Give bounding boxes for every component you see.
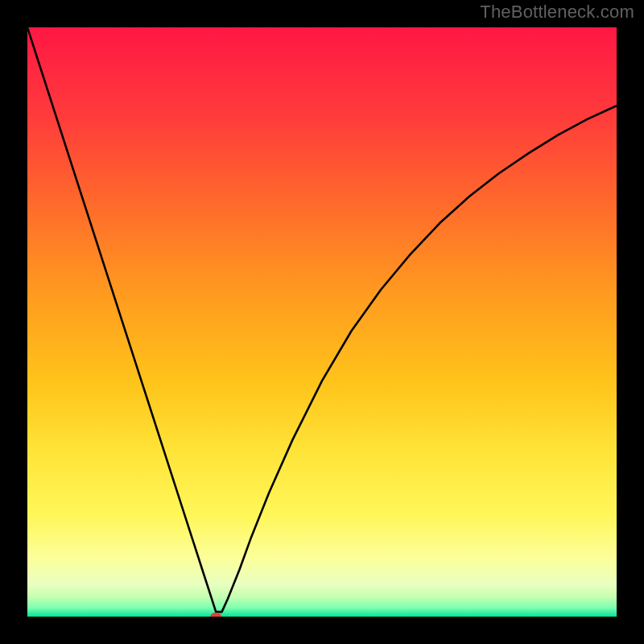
bottleneck-chart — [27, 27, 617, 617]
chart-frame: TheBottleneck.com — [0, 0, 644, 644]
watermark-text: TheBottleneck.com — [480, 2, 634, 23]
gradient-background — [27, 27, 617, 617]
